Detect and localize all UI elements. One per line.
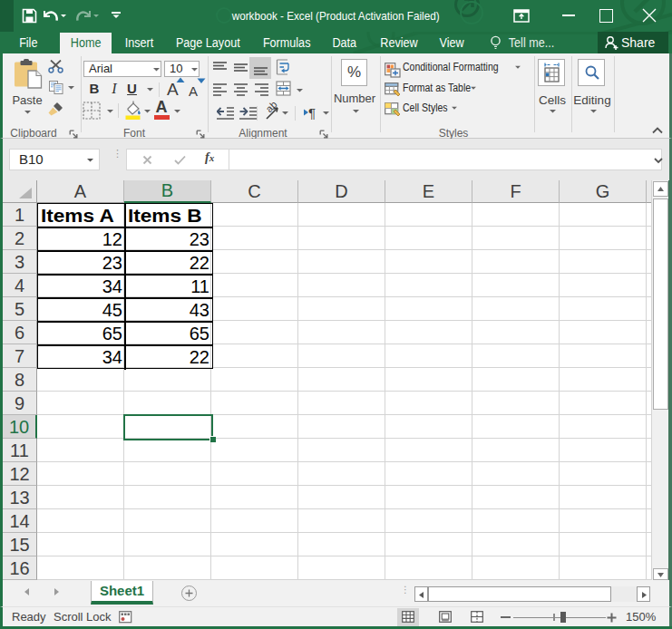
svg-text:¶: ¶ <box>308 106 316 120</box>
